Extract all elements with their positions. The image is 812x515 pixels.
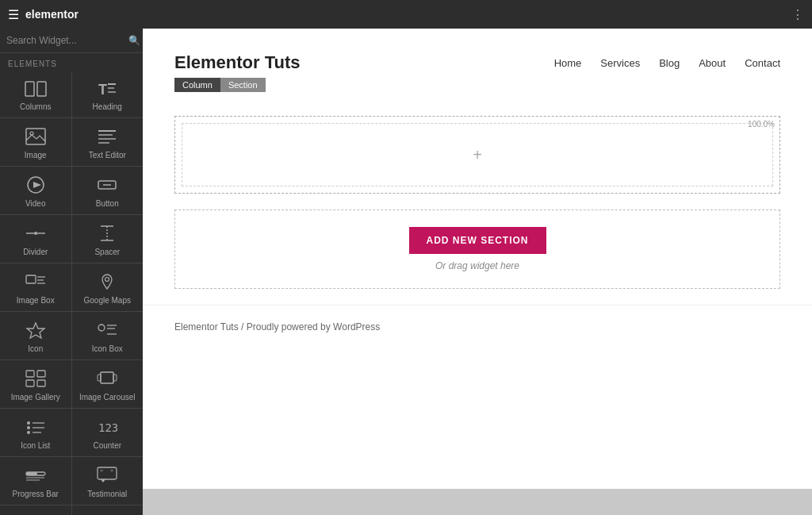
svg-rect-47 bbox=[26, 472, 37, 475]
widgets-grid: Columns T Heading Image Tex bbox=[0, 71, 143, 515]
svg-rect-1 bbox=[37, 82, 46, 96]
nav-blog[interactable]: Blog bbox=[659, 57, 680, 69]
widget-image-gallery[interactable]: Image Gallery bbox=[0, 360, 71, 408]
widget-counter[interactable]: 123 Counter bbox=[72, 409, 144, 456]
image-icon bbox=[25, 128, 46, 148]
google-maps-icon bbox=[97, 273, 117, 293]
spacer-label: Spacer bbox=[94, 248, 120, 256]
widget-spacer[interactable]: Spacer bbox=[72, 215, 144, 263]
add-new-section-button[interactable]: ADD NEW SECTION bbox=[409, 227, 546, 254]
counter-icon: 123 bbox=[97, 418, 117, 438]
button-icon bbox=[97, 176, 117, 196]
widget-columns[interactable]: Columns bbox=[0, 71, 71, 117]
nav-about[interactable]: About bbox=[699, 57, 726, 69]
canvas-area: Elementor Tuts Home Services Blog About … bbox=[143, 29, 812, 515]
widget-icon-list[interactable]: Icon List bbox=[0, 409, 71, 456]
image-gallery-label: Image Gallery bbox=[11, 393, 60, 402]
icon-box-icon bbox=[97, 321, 117, 341]
counter-label: Counter bbox=[93, 441, 121, 450]
editable-section-wrapper: Column Section 100.0% + bbox=[174, 97, 780, 194]
image-gallery-icon bbox=[25, 370, 46, 390]
svg-point-39 bbox=[27, 421, 30, 425]
widget-button[interactable]: Button bbox=[72, 167, 144, 214]
add-section-area: ADD NEW SECTION Or drag widget here bbox=[174, 209, 780, 289]
drag-widget-text: Or drag widget here bbox=[435, 260, 519, 271]
svg-point-26 bbox=[105, 278, 109, 282]
heading-label: Heading bbox=[93, 102, 122, 111]
main-layout: 🔍 ELEMENTS Columns T Heading bbox=[0, 29, 812, 515]
hamburger-icon[interactable]: ☰ bbox=[8, 7, 19, 22]
spacer-icon bbox=[97, 225, 117, 244]
icon-widget-icon bbox=[25, 321, 46, 341]
top-bar: ☰ elementor ⋮ bbox=[0, 0, 812, 29]
section-container: 100.0% + bbox=[174, 116, 780, 194]
image-box-icon bbox=[25, 273, 46, 293]
widget-extra2[interactable] bbox=[72, 505, 144, 515]
column-content[interactable]: + bbox=[182, 123, 773, 186]
svg-rect-34 bbox=[26, 380, 34, 386]
svg-point-28 bbox=[98, 325, 105, 331]
section-percentage: 100.0% bbox=[748, 120, 775, 129]
google-maps-label: Google Maps bbox=[84, 296, 131, 305]
section-tab[interactable]: Section bbox=[220, 78, 266, 92]
widget-icon-box[interactable]: Icon Box bbox=[72, 312, 144, 359]
search-input[interactable] bbox=[6, 35, 125, 46]
icon-box-label: Icon Box bbox=[92, 344, 123, 353]
search-icon: 🔍 bbox=[128, 35, 140, 46]
widget-icon[interactable]: Icon bbox=[0, 312, 71, 359]
svg-rect-35 bbox=[37, 380, 45, 386]
svg-text:123: 123 bbox=[98, 421, 117, 434]
image-label: Image bbox=[25, 151, 47, 159]
section-tab-bar: Column Section bbox=[174, 78, 266, 92]
progress-bar-label: Progress Bar bbox=[13, 490, 59, 498]
widget-image-carousel[interactable]: Image Carousel bbox=[72, 360, 144, 408]
widget-heading[interactable]: T Heading bbox=[72, 71, 144, 117]
svg-point-17 bbox=[34, 232, 37, 235]
add-widget-icon[interactable]: + bbox=[473, 146, 482, 164]
icon-label: Icon bbox=[28, 344, 43, 353]
video-label: Video bbox=[25, 199, 45, 208]
image-carousel-icon bbox=[97, 370, 117, 390]
svg-rect-22 bbox=[26, 275, 36, 283]
columns-icon bbox=[25, 81, 47, 99]
sidebar: 🔍 ELEMENTS Columns T Heading bbox=[0, 29, 143, 515]
testimonial-label: Testimonial bbox=[87, 490, 127, 498]
text-editor-label: Text Editor bbox=[89, 151, 126, 159]
heading-icon: T bbox=[97, 81, 117, 99]
widget-google-maps[interactable]: Google Maps bbox=[72, 263, 144, 311]
widget-divider[interactable]: Divider bbox=[0, 215, 71, 263]
nav-contact[interactable]: Contact bbox=[745, 57, 780, 69]
site-nav: Home Services Blog About Contact bbox=[554, 57, 780, 69]
svg-marker-13 bbox=[33, 182, 41, 188]
widget-image[interactable]: Image bbox=[0, 118, 71, 166]
widget-text-editor[interactable]: Text Editor bbox=[72, 118, 144, 166]
column-tab[interactable]: Column bbox=[174, 78, 220, 92]
grid-icon[interactable]: ⋮ bbox=[791, 7, 804, 22]
button-label: Button bbox=[96, 199, 119, 208]
site-title: Elementor Tuts bbox=[174, 52, 301, 73]
svg-rect-6 bbox=[26, 129, 45, 144]
nav-services[interactable]: Services bbox=[600, 57, 640, 69]
widget-progress-bar[interactable]: Progress Bar bbox=[0, 457, 71, 505]
progress-bar-icon bbox=[25, 467, 46, 486]
text-editor-icon bbox=[97, 128, 117, 148]
top-bar-left: ☰ elementor bbox=[8, 7, 79, 22]
widget-video[interactable]: Video bbox=[0, 167, 71, 214]
nav-home[interactable]: Home bbox=[554, 57, 582, 69]
columns-label: Columns bbox=[20, 102, 51, 111]
svg-rect-0 bbox=[25, 82, 34, 96]
widget-extra1[interactable] bbox=[0, 505, 71, 515]
search-bar: 🔍 bbox=[0, 29, 143, 53]
svg-rect-32 bbox=[26, 371, 34, 377]
svg-marker-51 bbox=[101, 479, 105, 482]
divider-icon bbox=[25, 225, 46, 244]
video-icon bbox=[25, 176, 46, 196]
icon-list-icon bbox=[25, 418, 46, 438]
elements-label: ELEMENTS bbox=[0, 53, 143, 71]
svg-rect-36 bbox=[101, 372, 113, 383]
widget-image-box[interactable]: Image Box bbox=[0, 263, 71, 311]
site-footer: Elementor Tuts / Proudly powered by Word… bbox=[143, 305, 812, 348]
image-box-label: Image Box bbox=[17, 296, 55, 305]
svg-point-41 bbox=[27, 426, 30, 429]
widget-testimonial[interactable]: "" Testimonial bbox=[72, 457, 144, 505]
